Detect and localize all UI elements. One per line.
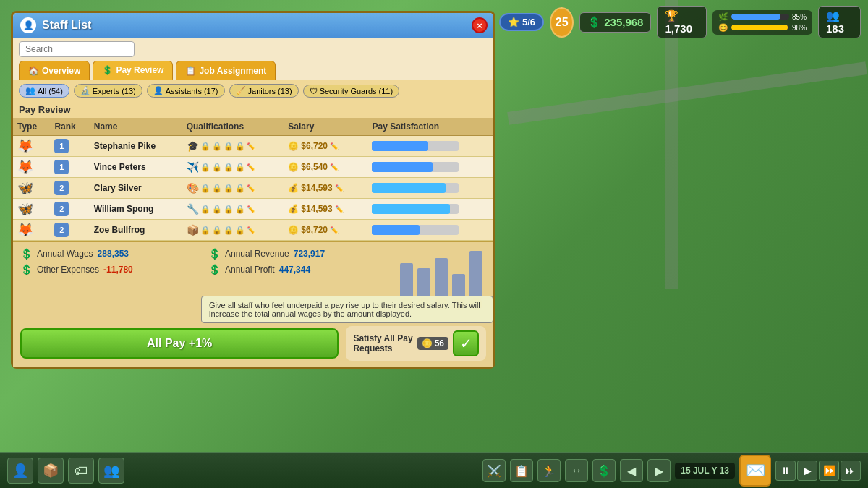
table-header-row: Type Rank Name Qualifications Salary Pay… (13, 118, 493, 136)
tab-overview[interactable]: 🏠 Overview (19, 61, 90, 80)
road-v (665, 0, 678, 289)
toolbar-btn-person[interactable]: 👤 (7, 458, 33, 484)
staff-salary-4: 🪙 $6,720 ✏️ (284, 220, 367, 241)
bottom-toolbar: 👤 📦 🏷 👥 ⚔️ 📋 🏃 ↔️ 💲 ◀ ▶ 15 JUL Y 13 ✉️ ⏸… (0, 452, 868, 488)
tooltip: Give all staff who feel underpaid a pay … (201, 296, 493, 323)
staff-salary-3: 💰 $14,593 ✏️ (284, 199, 367, 220)
filter-all[interactable]: 👥 All (54) (19, 84, 69, 98)
staff-type-2: 🦋 (13, 178, 50, 199)
col-name: Name (90, 118, 182, 136)
job-icon: 📋 (185, 66, 196, 76)
filter-assistants[interactable]: 👤 Assistants (17) (147, 84, 225, 98)
staff-qualifications-1: ✈️ 🔒 🔒 🔒 🔒 ✏️ (182, 157, 284, 178)
fast-forward-button[interactable]: ⏩ (819, 461, 839, 481)
staff-salary-1: 🪙 $6,540 ✏️ (284, 157, 367, 178)
top-hud: ⭐ 5/6 25 💲 235,968 🏆 1,730 🌿 85% 😊 98% 👥… (492, 6, 868, 38)
score-display: 🏆 1,730 (657, 6, 707, 38)
coin-count: 🪙 56 (417, 337, 448, 350)
tabs-row: 🏠 Overview 💲 Pay Review 📋 Job Assignment (13, 61, 493, 80)
toolbar-btn-users[interactable]: 👥 (98, 458, 124, 484)
people-icon: 👥 (826, 9, 840, 22)
tab-pay-review[interactable]: 💲 Pay Review (93, 61, 173, 80)
all-pay-button[interactable]: All Pay +1% (20, 328, 339, 359)
play-controls: ⏸ ▶ ⏩ ⏭ (775, 461, 861, 481)
toolbar-btn-list[interactable]: 📋 (510, 459, 533, 482)
staff-satisfaction-2 (367, 178, 493, 199)
staff-satisfaction-4 (367, 220, 493, 241)
staff-satisfaction-0 (367, 136, 493, 157)
bar1-icon: 🌿 (718, 12, 728, 22)
close-button[interactable]: × (472, 17, 488, 33)
toolbar-btn-box[interactable]: 📦 (38, 458, 64, 484)
staff-salary-2: 💰 $14,593 ✏️ (284, 178, 367, 199)
annual-profit-row: 💲 Annual Profit 447,344 (208, 264, 382, 275)
filter-janitors[interactable]: 🧹 Janitors (13) (229, 84, 299, 98)
table-row[interactable]: 🦋 2 Clary Silver 🎨 🔒 🔒 🔒 🔒 ✏️ 💰 $14,593 … (13, 178, 493, 199)
staff-rank-4: 2 (50, 220, 89, 241)
staff-salary-0: 🪙 $6,720 ✏️ (284, 136, 367, 157)
satisfy-container: Satisfy All PayRequests 🪙 56 ✓ (346, 326, 486, 361)
toolbar-right: ⚔️ 📋 🏃 ↔️ 💲 ◀ ▶ 15 JUL Y 13 ✉️ ⏸ ▶ ⏩ ⏭ (482, 455, 861, 487)
table-row[interactable]: 🦊 2 Zoe Bullfrog 📦 🔒 🔒 🔒 🔒 ✏️ 🪙 $6,720 ✏… (13, 220, 493, 241)
toolbar-left: 👤 📦 🏷 👥 (7, 458, 124, 484)
people-count: 👥 183 (818, 6, 861, 38)
search-input[interactable] (19, 41, 135, 57)
satisfy-check-button[interactable]: ✓ (453, 330, 479, 356)
panel-title-bar: 👤 Staff List × (13, 13, 493, 38)
staff-table: Type Rank Name Qualifications Salary Pay… (13, 118, 493, 241)
mail-button[interactable]: ✉️ (739, 455, 771, 487)
panel-icon: 👤 (20, 17, 36, 33)
toolbar-btn-run[interactable]: 🏃 (537, 459, 561, 482)
pause-button[interactable]: ⏸ (775, 461, 796, 481)
overview-icon: 🏠 (28, 66, 39, 76)
toolbar-btn-arrows[interactable]: ↔️ (565, 459, 588, 482)
staff-rank-3: 2 (50, 199, 89, 220)
table-row[interactable]: 🦊 1 Stephanie Pike 🎓 🔒 🔒 🔒 🔒 ✏️ 🪙 $6,720… (13, 136, 493, 157)
panel-title: Staff List (42, 19, 486, 32)
other-expenses-value: -11,780 (103, 265, 133, 275)
filter-experts-icon: 🔬 (80, 86, 90, 95)
toolbar-btn-dollar[interactable]: 💲 (592, 459, 616, 482)
col-salary: Salary (284, 118, 367, 136)
filter-security[interactable]: 🛡 Security Guards (11) (303, 85, 399, 98)
staff-name-1: Vince Peters (90, 157, 182, 178)
staff-qualifications-2: 🎨 🔒 🔒 🔒 🔒 ✏️ (182, 178, 284, 199)
money-display: 💲 235,968 (579, 12, 651, 33)
super-fast-button[interactable]: ⏭ (841, 461, 861, 481)
tab-job-assignment[interactable]: 📋 Job Assignment (176, 61, 276, 80)
filter-assistants-icon: 👤 (153, 86, 163, 95)
filter-experts[interactable]: 🔬 Experts (13) (74, 84, 142, 98)
expenses-icon: 💲 (20, 264, 33, 275)
annual-wages-row: 💲 Annual Wages 288,353 (20, 248, 194, 260)
staff-type-4: 🦊 (13, 220, 50, 241)
hud-bars: 🌿 85% 😊 98% (712, 10, 812, 35)
annual-revenue-row: 💲 Annual Revenue 723,917 (208, 248, 382, 260)
toolbar-btn-right[interactable]: ▶ (647, 459, 671, 482)
toolbar-btn-tag[interactable]: 🏷 (68, 458, 94, 484)
play-button[interactable]: ▶ (797, 461, 817, 481)
score-icon: 🏆 (665, 9, 678, 22)
staff-table-wrapper[interactable]: Type Rank Name Qualifications Salary Pay… (13, 118, 493, 241)
other-expenses-row: 💲 Other Expenses -11,780 (20, 264, 194, 275)
toolbar-btn-left[interactable]: ◀ (620, 459, 643, 482)
date-display: 15 JUL Y 13 (675, 463, 735, 479)
stars-display: ⭐ 5/6 (499, 13, 544, 31)
satisfy-label: Satisfy All PayRequests (353, 333, 412, 354)
annual-revenue-value: 723,917 (294, 249, 325, 259)
dollar-icon: 💲 (587, 16, 601, 29)
search-bar (13, 38, 493, 61)
table-row[interactable]: 🦊 1 Vince Peters ✈️ 🔒 🔒 🔒 🔒 ✏️ 🪙 $6,540 … (13, 157, 493, 178)
left-stats: 💲 Annual Wages 288,353 💲 Other Expenses … (20, 248, 194, 314)
star-icon: ⭐ (508, 17, 519, 27)
staff-type-3: 🦋 (13, 199, 50, 220)
staff-rank-1: 1 (50, 157, 89, 178)
staff-type-1: 🦊 (13, 157, 50, 178)
table-row[interactable]: 🦋 2 William Spong 🔧 🔒 🔒 🔒 🔒 ✏️ 💰 $14,593… (13, 199, 493, 220)
annual-profit-value: 447,344 (279, 265, 310, 275)
staff-qualifications-4: 📦 🔒 🔒 🔒 🔒 ✏️ (182, 220, 284, 241)
col-pay-satisfaction: Pay Satisfaction (367, 118, 493, 136)
profit-icon: 💲 (208, 264, 221, 275)
toolbar-btn-sword[interactable]: ⚔️ (482, 459, 506, 482)
staff-satisfaction-1 (367, 157, 493, 178)
col-qualifications: Qualifications (182, 118, 284, 136)
